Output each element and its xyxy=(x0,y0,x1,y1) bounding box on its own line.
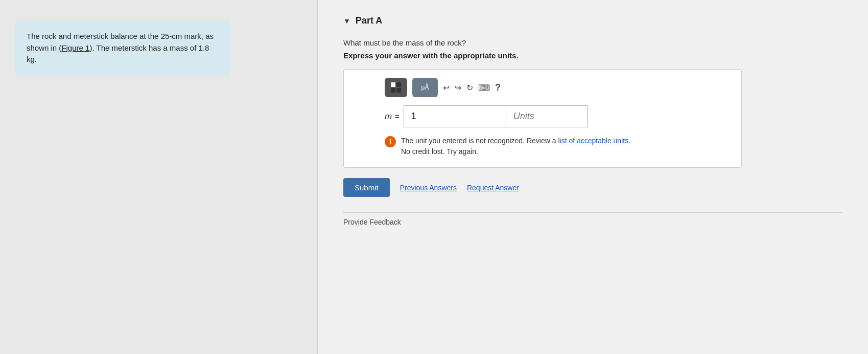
context-text-line2: shown in (Figure 1). The meterstick has … xyxy=(27,43,209,64)
keyboard-icon[interactable]: ⌨ xyxy=(478,83,490,93)
context-text-line1: The rock and meterstick balance at the 2… xyxy=(27,32,214,40)
right-panel: ▼ Part A What must be the mass of the ro… xyxy=(318,0,868,354)
reset-icon[interactable]: ↻ xyxy=(466,83,473,93)
collapse-arrow-icon[interactable]: ▼ xyxy=(343,17,350,25)
input-row: m = xyxy=(354,105,731,127)
acceptable-units-link[interactable]: list of acceptable units xyxy=(558,137,628,145)
error-message-part1: The unit you entered is not recognized. … xyxy=(401,137,558,145)
context-box: The rock and meterstick balance at the 2… xyxy=(15,20,230,76)
action-row: Submit Previous Answers Request Answer xyxy=(343,178,842,197)
value-input[interactable] xyxy=(404,105,506,127)
instruction-text: Express your answer with the appropriate… xyxy=(343,51,842,60)
undo-icon[interactable]: ↩ xyxy=(443,83,450,93)
toolbar: μÅ ↩ ↪ ↻ ⌨ ? xyxy=(354,78,731,97)
previous-answers-button[interactable]: Previous Answers xyxy=(400,184,457,192)
units-input[interactable] xyxy=(506,105,588,127)
matrix-button[interactable] xyxy=(385,78,407,97)
answer-box: μÅ ↩ ↪ ↻ ⌨ ? m = ! The unit you entered … xyxy=(343,69,742,168)
input-label: m = xyxy=(385,112,400,122)
question-text: What must be the mass of the rock? xyxy=(343,38,842,47)
help-icon[interactable]: ? xyxy=(495,82,501,93)
redo-icon[interactable]: ↪ xyxy=(455,83,461,93)
part-header: ▼ Part A xyxy=(343,15,842,26)
error-period: . xyxy=(628,137,630,145)
part-title: Part A xyxy=(356,15,382,26)
matrix-icon xyxy=(391,82,401,93)
request-answer-button[interactable]: Request Answer xyxy=(467,184,519,192)
provide-feedback[interactable]: Provide Feedback xyxy=(343,212,842,226)
units-button-label: μÅ xyxy=(421,84,429,91)
error-message-line2: No credit lost. Try again. xyxy=(401,147,478,156)
error-text: The unit you entered is not recognized. … xyxy=(401,136,630,157)
left-panel: The rock and meterstick balance at the 2… xyxy=(0,0,317,354)
error-row: ! The unit you entered is not recognized… xyxy=(354,136,731,157)
figure-link[interactable]: Figure 1 xyxy=(61,43,89,52)
units-button[interactable]: μÅ xyxy=(412,78,438,97)
error-icon: ! xyxy=(385,136,396,147)
submit-button[interactable]: Submit xyxy=(343,178,390,197)
